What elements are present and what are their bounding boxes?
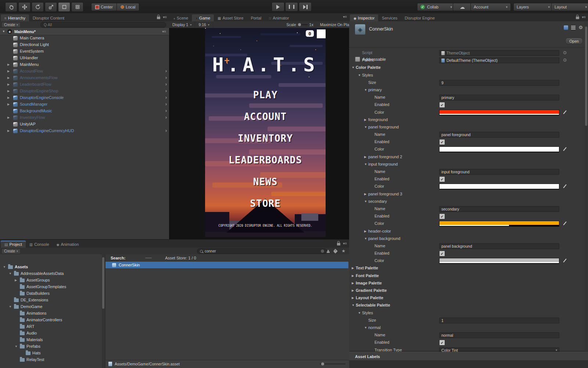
scene-menu-icon[interactable]: ▾≡: [162, 30, 166, 33]
hierarchy-item[interactable]: ▶ UIHandler ›: [0, 55, 169, 61]
object-field[interactable]: DefaultTheme (ThemeObject): [439, 57, 559, 63]
folder-row[interactable]: AssetGroups: [0, 277, 105, 284]
presets-icon[interactable]: [571, 26, 576, 26]
folder-row[interactable]: Materials: [0, 337, 105, 343]
panel-menu-icon[interactable]: ▾≡: [343, 15, 347, 19]
foldout-arrow[interactable]: [352, 274, 354, 277]
foldout-arrow[interactable]: [364, 125, 367, 129]
prefab-chevron-icon[interactable]: ›: [165, 128, 167, 133]
game-menu-button[interactable]: PLAY: [253, 90, 278, 100]
foldout-arrow[interactable]: [15, 345, 18, 348]
folder-row[interactable]: AnimatorControllers: [0, 317, 105, 323]
panel-menu-icon[interactable]: ▾≡: [163, 15, 167, 19]
hierarchy-item[interactable]: ▶ InventoryFlow ›: [0, 114, 169, 121]
foldout-arrow[interactable]: ▼: [2, 30, 5, 33]
foldout-arrow[interactable]: [3, 265, 6, 269]
color-swatch[interactable]: [439, 258, 559, 264]
hierarchy-item[interactable]: ▶ MainMenu ›: [0, 61, 169, 68]
lock-icon[interactable]: [337, 243, 340, 245]
prefab-chevron-icon[interactable]: ›: [165, 88, 167, 93]
foldout-arrow[interactable]: [364, 88, 367, 92]
open-button[interactable]: Open: [565, 38, 583, 45]
folder-row[interactable]: DemoGame: [0, 304, 105, 310]
pause-button[interactable]: [285, 2, 298, 11]
hierarchy-item[interactable]: ▶ EventSystem ›: [0, 48, 169, 55]
hierarchy-item[interactable]: ▶ Directional Light ›: [0, 42, 169, 48]
panel-menu-icon[interactable]: ▾≡: [582, 15, 586, 19]
expand-arrow-icon[interactable]: ▶: [7, 129, 10, 132]
folder-row[interactable]: Prefabs: [0, 343, 105, 350]
game-menu-button[interactable]: STORE: [250, 199, 280, 208]
hierarchy-item[interactable]: ▶ UnityIAP ›: [0, 121, 169, 128]
hierarchy-item[interactable]: ▶ LeaderboardFlow ›: [0, 81, 169, 88]
layout-dropdown[interactable]: Layout ▾: [551, 3, 588, 11]
folder-row[interactable]: DataBuilders: [0, 290, 105, 297]
prefab-chevron-icon[interactable]: ›: [165, 82, 167, 87]
foldout-arrow[interactable]: [352, 304, 355, 307]
foldout-arrow[interactable]: [364, 163, 367, 166]
hierarchy-item[interactable]: ▶ DisruptorEngineCurrencyHUD ›: [0, 128, 169, 134]
expand-arrow-icon[interactable]: ▶: [7, 70, 10, 73]
asset-labels-bar[interactable]: Asset Labels: [349, 352, 588, 361]
pivot-local-button[interactable]: Local: [117, 3, 139, 11]
folder-row[interactable]: Hats: [0, 350, 105, 357]
folder-row[interactable]: ART: [0, 323, 105, 330]
foldout-arrow[interactable]: [15, 279, 17, 282]
object-field[interactable]: ThemeObject: [439, 50, 559, 56]
foldout-arrow[interactable]: [364, 237, 367, 240]
scale-tool-button[interactable]: [45, 2, 57, 12]
asset-store-count[interactable]: Asset Store: 1 / 0: [165, 256, 196, 260]
game-menu-button[interactable]: ACCOUNT: [244, 112, 287, 121]
prefab-chevron-icon[interactable]: ›: [165, 115, 167, 120]
project-search-input[interactable]: conner: [197, 248, 327, 254]
prefab-chevron-icon[interactable]: ›: [165, 102, 167, 107]
expand-arrow-icon[interactable]: ▶: [7, 89, 10, 93]
collab-dropdown[interactable]: ✔ Collab ▾: [417, 3, 455, 11]
scrollbar-thumb[interactable]: [102, 257, 104, 309]
folder-row[interactable]: DE_Extensions: [0, 297, 105, 304]
move-tool-button[interactable]: [18, 2, 31, 12]
object-picker-icon[interactable]: ⊙: [563, 57, 567, 63]
expand-arrow-icon[interactable]: ▶: [7, 116, 10, 119]
panel-tab[interactable]: Console: [26, 241, 53, 248]
foldout-arrow[interactable]: [9, 305, 12, 308]
aspect-dropdown[interactable]: 9:16 ▾: [195, 21, 213, 28]
object-picker-icon[interactable]: ⊙: [563, 50, 567, 55]
expand-arrow-icon[interactable]: ▶: [7, 63, 10, 66]
slider-knob[interactable]: [321, 362, 324, 365]
create-button[interactable]: Create ▾: [1, 22, 21, 28]
search-result-row[interactable]: ConnerSkin: [105, 262, 348, 268]
lock-icon[interactable]: [157, 17, 160, 19]
label-filter-icon[interactable]: [333, 249, 338, 254]
clear-search-icon[interactable]: [321, 250, 324, 253]
text-field[interactable]: panel foreground: [439, 132, 559, 138]
color-swatch[interactable]: [439, 146, 559, 152]
checkbox[interactable]: ✔: [439, 251, 445, 256]
hierarchy-item[interactable]: ▶ BackgroundMusic ›: [0, 108, 169, 114]
text-field[interactable]: panel background: [439, 243, 559, 249]
foldout-arrow[interactable]: [364, 155, 366, 159]
expand-arrow-icon[interactable]: ▶: [7, 83, 10, 86]
prefab-chevron-icon[interactable]: ›: [165, 95, 167, 100]
panel-tab[interactable]: Project: [1, 241, 26, 248]
asset-icon[interactable]: [564, 25, 568, 30]
foldout-arrow[interactable]: [352, 282, 354, 285]
hierarchy-item[interactable]: ▶ Main Camera ›: [0, 35, 169, 42]
hierarchy-item[interactable]: ▶ DisruptorEngineConsole ›: [0, 95, 169, 101]
step-button[interactable]: [299, 2, 312, 11]
hierarchy-item[interactable]: ▶ AccountFlow ›: [0, 68, 169, 75]
folder-row[interactable]: Assets: [0, 264, 105, 270]
foldout-arrow[interactable]: [352, 266, 354, 270]
thumbnail-size-slider[interactable]: [320, 364, 345, 364]
folder-row[interactable]: RelayTest: [0, 357, 105, 363]
game-menu-button[interactable]: INVENTORY: [238, 134, 293, 143]
rotate-tool-button[interactable]: [32, 2, 44, 12]
scrollbar-thumb[interactable]: [585, 26, 587, 126]
game-menu-button[interactable]: NEWS: [253, 177, 278, 187]
panel-tab[interactable]: Inspector: [350, 14, 378, 21]
hierarchy-item[interactable]: ▶ SoundManager ›: [0, 101, 169, 108]
game-menu-button[interactable]: LEADERBOARDS: [229, 155, 302, 165]
text-field[interactable]: primary: [439, 95, 559, 100]
hierarchy-item[interactable]: ▶ AnnouncementsFlow ›: [0, 75, 169, 81]
gear-icon[interactable]: ⚙: [578, 25, 583, 30]
